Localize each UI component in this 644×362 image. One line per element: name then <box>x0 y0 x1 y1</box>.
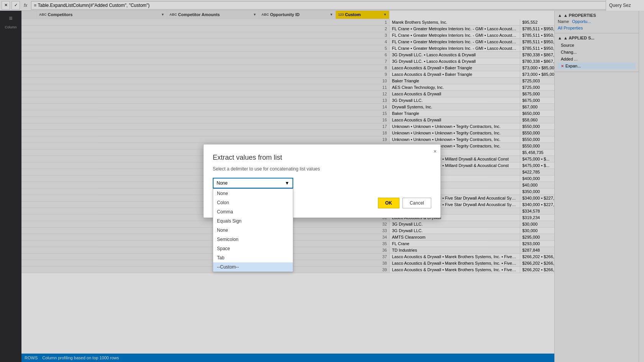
modal-overlay: × Extract values from list Select a deli… <box>0 0 644 362</box>
cancel-button[interactable]: Cancel <box>402 198 431 208</box>
modal-box: × Extract values from list Select a deli… <box>203 144 441 218</box>
modal-subtitle: Select a delimiter to use for concatenat… <box>213 166 431 172</box>
dropdown-item-tab[interactable]: Tab <box>213 253 293 262</box>
dropdown-item-none2[interactable]: None <box>213 226 293 235</box>
dropdown-list[interactable]: NoneColonCommaEquals SignNoneSemicolonSp… <box>213 188 293 272</box>
delimiter-dropdown[interactable]: None ▼ NoneColonCommaEquals SignNoneSemi… <box>213 178 293 188</box>
dropdown-item-colon[interactable]: Colon <box>213 198 293 207</box>
dropdown-item-space[interactable]: Space <box>213 244 293 253</box>
dropdown-item-custom[interactable]: --Custom-- <box>213 262 293 272</box>
dropdown-item-comma[interactable]: Comma <box>213 207 293 216</box>
dropdown-selected-text: None <box>217 180 228 186</box>
modal-close-btn[interactable]: × <box>434 148 437 154</box>
dropdown-item-semicolon[interactable]: Semicolon <box>213 235 293 244</box>
dropdown-selected[interactable]: None ▼ <box>213 178 293 188</box>
dropdown-item-none[interactable]: None <box>213 189 293 198</box>
ok-button[interactable]: OK <box>378 198 399 208</box>
dropdown-item-equals[interactable]: Equals Sign <box>213 216 293 226</box>
modal-title: Extract values from list <box>213 154 431 162</box>
dropdown-arrow-icon: ▼ <box>285 180 289 186</box>
